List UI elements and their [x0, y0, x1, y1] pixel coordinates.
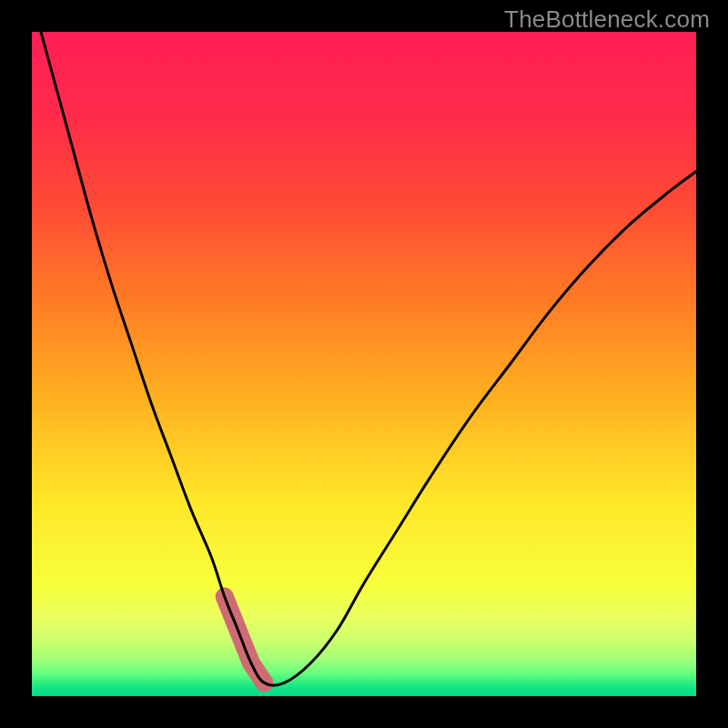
watermark-text: TheBottleneck.com [504, 5, 710, 34]
plot-area [32, 32, 696, 696]
chart-svg [32, 32, 696, 696]
chart-frame: TheBottleneck.com [0, 0, 728, 728]
gradient-background [32, 32, 696, 696]
